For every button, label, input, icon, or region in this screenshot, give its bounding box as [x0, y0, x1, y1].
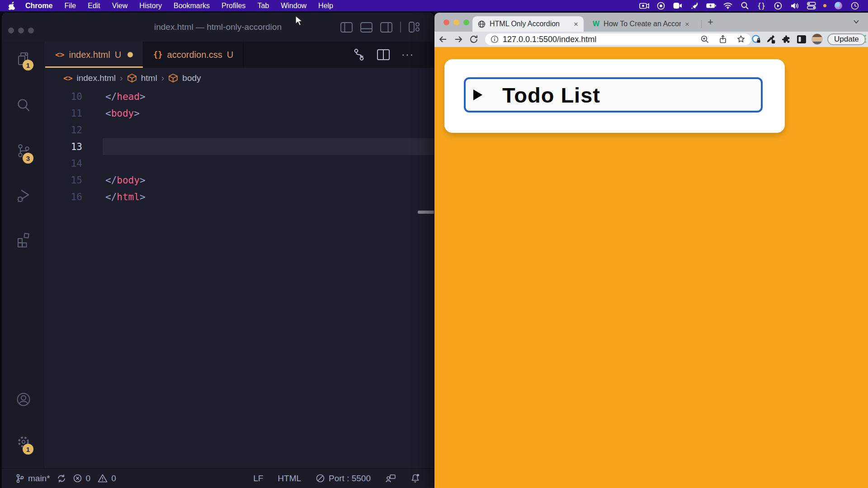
- chrome-tab-w3schools[interactable]: W How To Create an Accordion ×: [587, 16, 695, 32]
- account-icon[interactable]: [15, 391, 32, 408]
- git-status: U: [227, 50, 233, 60]
- accordion-summary[interactable]: Todo List: [464, 77, 763, 113]
- spotlight-search-icon[interactable]: [740, 1, 750, 10]
- vscode-status-bar: main* 0 0 LF HTML Port : 5500: [2, 468, 434, 488]
- menu-item-chrome[interactable]: Chrome: [19, 2, 58, 10]
- breadcrumb-file[interactable]: index.html: [76, 73, 116, 83]
- menu-item-window[interactable]: Window: [275, 2, 312, 10]
- close-window-button[interactable]: [8, 28, 14, 33]
- accordion-title: Todo List: [502, 83, 600, 108]
- breadcrumb-body[interactable]: body: [182, 73, 201, 83]
- notifications-bell-icon[interactable]: [410, 473, 420, 483]
- code-line-11: 11<body>: [45, 105, 434, 122]
- more-actions-icon[interactable]: ···: [401, 49, 414, 61]
- address-bar[interactable]: 127.0.0.1:5500/index.html: [485, 33, 751, 45]
- menu-item-view[interactable]: View: [106, 2, 133, 10]
- git-branch-item[interactable]: main*: [15, 474, 50, 483]
- menu-item-history[interactable]: History: [133, 2, 168, 10]
- url-text[interactable]: 127.0.0.1:5500/index.html: [503, 35, 596, 44]
- language-mode[interactable]: HTML: [278, 474, 301, 483]
- settings-badge: 1: [23, 444, 33, 455]
- chrome-tab-active[interactable]: HTML Only Accordion ×: [472, 16, 584, 32]
- clock-icon[interactable]: [850, 1, 860, 10]
- menu-item-bookmarks[interactable]: Bookmarks: [168, 2, 216, 10]
- modified-dot-icon[interactable]: [127, 52, 133, 57]
- run-debug-icon[interactable]: [16, 188, 31, 203]
- toggle-secondary-sidebar-icon[interactable]: [380, 22, 392, 33]
- live-share-icon[interactable]: [385, 474, 396, 483]
- braces-icon[interactable]: {}: [756, 1, 766, 10]
- menu-item-profiles[interactable]: Profiles: [216, 2, 251, 10]
- git-status: U: [115, 50, 121, 60]
- source-control-badge: 3: [23, 153, 33, 164]
- vscode-traffic-lights: [8, 28, 34, 33]
- menu-item-help[interactable]: Help: [312, 2, 339, 10]
- siri-icon[interactable]: [833, 1, 843, 10]
- menu-item-tab[interactable]: Tab: [251, 2, 275, 10]
- menu-item-file[interactable]: File: [58, 2, 82, 10]
- tab-index-html[interactable]: <> index.html U: [45, 42, 143, 68]
- privacy-extension-icon[interactable]: [751, 34, 761, 44]
- profile-avatar[interactable]: [811, 33, 823, 45]
- control-center-icon[interactable]: [807, 1, 816, 10]
- reload-button[interactable]: [469, 34, 479, 44]
- update-chrome-button[interactable]: Update: [827, 33, 866, 45]
- tab-title: How To Create an Accordion: [604, 20, 681, 28]
- extensions-icon[interactable]: [16, 232, 31, 248]
- minimize-window-button[interactable]: [453, 19, 459, 25]
- tab-accordion-css[interactable]: {} accordion.css U: [143, 42, 244, 68]
- vscode-title-bar[interactable]: index.html — html-only-accordion: [2, 13, 434, 42]
- code-line-16: 16</html>: [45, 188, 434, 205]
- zoom-window-button[interactable]: [463, 19, 469, 25]
- live-server-port[interactable]: Port : 5500: [316, 474, 371, 483]
- open-changes-icon[interactable]: [353, 48, 365, 61]
- problems-item[interactable]: 0 0: [73, 474, 116, 483]
- chrome-menu-icon[interactable]: [864, 35, 866, 43]
- screen-camera-icon[interactable]: [639, 1, 649, 10]
- wifi-icon[interactable]: [723, 1, 733, 10]
- collapsed-triangle-icon: [473, 89, 482, 100]
- customize-layout-icon[interactable]: [409, 22, 420, 33]
- zoom-icon[interactable]: [700, 35, 709, 44]
- tab-label: accordion.css: [167, 50, 222, 60]
- code-line-15: 15</body>: [45, 172, 434, 188]
- play-circle-icon[interactable]: [773, 1, 783, 10]
- eol-indicator[interactable]: LF: [253, 474, 263, 483]
- minimize-window-button[interactable]: [18, 28, 24, 33]
- video-camera-icon[interactable]: [673, 1, 683, 10]
- tab-close-icon[interactable]: ×: [574, 20, 578, 28]
- back-button[interactable]: [438, 34, 448, 44]
- branch-name: main*: [28, 474, 50, 483]
- extensions-puzzle-icon[interactable]: [781, 34, 791, 44]
- chrome-window: HTML Only Accordion × W How To Create an…: [434, 13, 868, 488]
- forward-button[interactable]: [453, 34, 463, 44]
- apple-icon: [8, 2, 15, 10]
- menu-item-edit[interactable]: Edit: [82, 2, 106, 10]
- volume-icon[interactable]: [790, 1, 800, 10]
- rocket-icon[interactable]: [689, 1, 699, 10]
- sync-changes-item[interactable]: [57, 474, 66, 483]
- web-page-content: Todo List: [434, 47, 868, 488]
- css-file-icon: {}: [153, 50, 162, 59]
- toggle-panel-icon[interactable]: [360, 22, 373, 33]
- split-editor-icon[interactable]: [377, 49, 390, 60]
- bookmark-star-icon[interactable]: [736, 35, 745, 44]
- site-info-icon[interactable]: [491, 35, 499, 43]
- apple-menu[interactable]: [5, 2, 19, 10]
- sash-handle[interactable]: [418, 211, 434, 214]
- battery-charging-icon[interactable]: [706, 1, 716, 10]
- side-panel-icon[interactable]: [797, 34, 807, 44]
- close-window-button[interactable]: [443, 19, 449, 25]
- tab-close-icon[interactable]: ×: [685, 20, 689, 28]
- record-circle-icon[interactable]: [656, 1, 666, 10]
- search-icon[interactable]: [16, 98, 31, 113]
- tab-search-chevron-icon[interactable]: [853, 19, 860, 24]
- zoom-window-button[interactable]: [28, 28, 34, 33]
- new-tab-button[interactable]: +: [708, 18, 713, 26]
- code-line-10: 10</head>: [45, 88, 434, 105]
- code-editor[interactable]: 10</head> 11<body> 12 13 14 15</body> 16…: [45, 88, 434, 468]
- share-icon[interactable]: [718, 35, 727, 44]
- toggle-primary-sidebar-icon[interactable]: [340, 22, 353, 33]
- breadcrumb-html[interactable]: html: [141, 73, 157, 83]
- colorpicker-extension-icon[interactable]: [766, 34, 776, 44]
